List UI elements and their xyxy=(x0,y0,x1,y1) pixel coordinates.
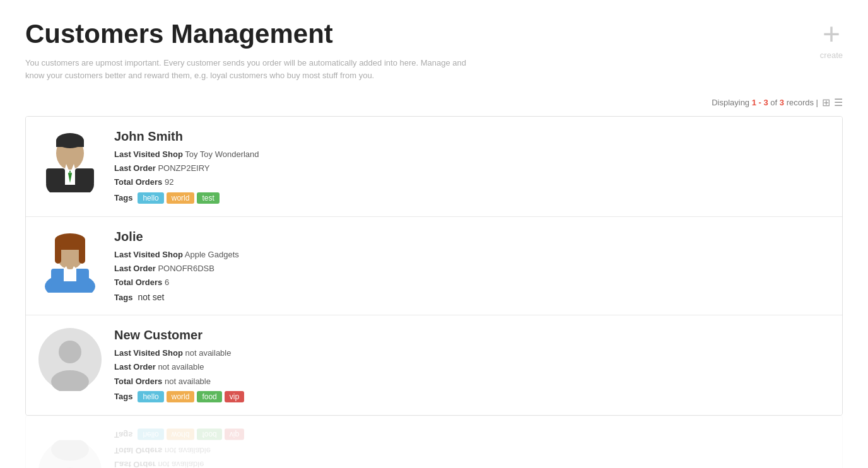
tag[interactable]: vip xyxy=(225,391,244,402)
info-total-orders: Total Orders 92 xyxy=(114,177,830,188)
info-total-orders: Total Orders 6 xyxy=(114,277,830,288)
info-row: Total Orders not available xyxy=(114,444,830,455)
info-total-orders: Total Orders not available xyxy=(114,376,830,387)
reflection-card: New Customer Last Visited Shop not avail… xyxy=(26,416,842,468)
tags-row: Tags not set xyxy=(114,292,830,302)
customer-card[interactable]: John Smith Last Visited Shop Toy Toy Won… xyxy=(26,117,842,217)
avatar xyxy=(38,129,102,192)
tag: world xyxy=(167,429,195,440)
info-last-order: Last Order PONOFR6DSB xyxy=(114,263,830,274)
svg-rect-8 xyxy=(46,168,65,185)
svg-point-24 xyxy=(51,440,89,460)
tag: hello xyxy=(138,429,163,440)
tag[interactable]: world xyxy=(167,391,195,402)
info-last-order: Last Order not available xyxy=(114,361,830,373)
avatar xyxy=(38,230,102,293)
tag: vip xyxy=(225,429,244,440)
reflection-area: New Customer Last Visited Shop not avail… xyxy=(25,416,843,468)
tags-row: Tags hello world food vip xyxy=(114,391,830,402)
tag[interactable]: world xyxy=(167,192,195,204)
tag[interactable]: hello xyxy=(138,192,163,204)
avatar xyxy=(38,328,102,391)
svg-rect-5 xyxy=(56,141,84,147)
page-container: Customers Management You customers are u… xyxy=(0,0,868,468)
svg-rect-9 xyxy=(75,168,94,185)
reflection-list: New Customer Last Visited Shop not avail… xyxy=(25,416,843,468)
svg-rect-16 xyxy=(55,245,61,264)
customer-name: Jolie xyxy=(114,230,830,244)
page-description: You customers are upmost important. Ever… xyxy=(25,57,467,81)
svg-point-22 xyxy=(59,341,81,363)
customer-info: New Customer Last Visited Shop not avail… xyxy=(114,328,830,402)
info-last-visited-shop: Last Visited Shop Toy Toy Wonderland xyxy=(114,149,830,160)
info-last-order: Last Order PONZP2EIRY xyxy=(114,163,830,174)
list-view-icon[interactable]: ☰ xyxy=(834,97,843,108)
customer-list: John Smith Last Visited Shop Toy Toy Won… xyxy=(25,116,843,416)
plus-icon: + xyxy=(823,19,840,49)
customer-info: John Smith Last Visited Shop Toy Toy Won… xyxy=(114,129,830,204)
tag[interactable]: test xyxy=(197,192,219,204)
grid-view-icon[interactable]: ⊞ xyxy=(822,97,830,108)
create-label: create xyxy=(820,50,843,60)
svg-rect-17 xyxy=(79,245,85,264)
display-bar: Displaying 1 - 3 of 3 records | ⊞ ☰ xyxy=(25,97,843,108)
tag[interactable]: hello xyxy=(138,391,163,402)
info-last-visited-shop: Last Visited Shop Apple Gadgets xyxy=(114,249,830,260)
customer-info: New Customer Last Visited Shop not avail… xyxy=(114,429,830,468)
customer-card[interactable]: Jolie Last Visited Shop Apple Gadgets La… xyxy=(26,217,842,316)
tags-row: Tags hello world food vip xyxy=(114,429,830,440)
tag[interactable]: food xyxy=(197,391,221,402)
customer-name: New Customer xyxy=(114,328,830,342)
tag: food xyxy=(197,429,221,440)
displaying-text: Displaying 1 - 3 of 3 records | xyxy=(712,98,818,107)
info-row: Last Order not available xyxy=(114,458,830,468)
customer-card[interactable]: New Customer Last Visited Shop not avail… xyxy=(26,315,842,415)
create-button[interactable]: + create xyxy=(820,19,843,60)
avatar xyxy=(38,440,102,468)
customer-name: John Smith xyxy=(114,129,830,144)
tags-row: Tags hello world test xyxy=(114,192,830,204)
customer-info: Jolie Last Visited Shop Apple Gadgets La… xyxy=(114,230,830,303)
page-title: Customers Management xyxy=(25,19,843,49)
info-last-visited-shop: Last Visited Shop not available xyxy=(114,348,830,359)
